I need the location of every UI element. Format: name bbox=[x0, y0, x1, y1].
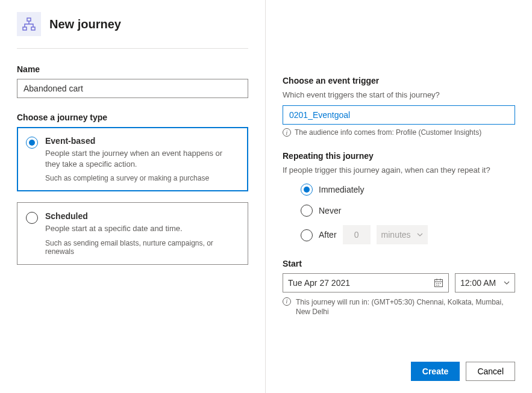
radio-event-based[interactable] bbox=[26, 137, 38, 149]
journey-type-scheduled[interactable]: Scheduled People start at a specific dat… bbox=[17, 202, 248, 265]
immediately-label: Immediately bbox=[319, 185, 364, 194]
page-title: New journey bbox=[49, 17, 121, 31]
repeat-option-immediately[interactable]: Immediately bbox=[301, 183, 515, 196]
repeat-option-never[interactable]: Never bbox=[301, 204, 515, 217]
divider bbox=[17, 48, 248, 49]
timezone-info: This journey will run in: (GMT+05:30) Ch… bbox=[296, 297, 515, 317]
name-label: Name bbox=[17, 64, 248, 74]
journey-icon bbox=[17, 12, 41, 36]
after-label: After bbox=[319, 230, 337, 240]
dialog-footer: Create Cancel bbox=[283, 350, 515, 381]
start-time-value: 12:00 AM bbox=[460, 278, 496, 288]
event-based-desc: People start the journey when an event h… bbox=[45, 148, 238, 169]
start-date-input[interactable]: Tue Apr 27 2021 bbox=[283, 273, 449, 292]
scheduled-title: Scheduled bbox=[45, 211, 238, 221]
after-unit-label: minutes bbox=[381, 230, 411, 240]
svg-rect-1 bbox=[23, 27, 27, 30]
radio-scheduled[interactable] bbox=[26, 212, 38, 224]
calendar-icon bbox=[434, 278, 443, 288]
dialog-header: New journey bbox=[17, 12, 248, 36]
start-time-input[interactable]: 12:00 AM bbox=[455, 273, 515, 292]
radio-after[interactable] bbox=[301, 229, 313, 241]
repeat-label: Repeating this journey bbox=[283, 151, 515, 161]
journey-type-label: Choose a journey type bbox=[17, 113, 248, 122]
repeat-sublabel: If people trigger this journey again, wh… bbox=[283, 166, 515, 175]
info-icon: i bbox=[283, 128, 291, 137]
svg-rect-2 bbox=[31, 27, 35, 30]
info-icon: i bbox=[283, 297, 291, 306]
after-value-input[interactable] bbox=[343, 225, 371, 244]
create-button[interactable]: Create bbox=[411, 362, 460, 381]
event-based-title: Event-based bbox=[45, 136, 238, 146]
repeat-option-after[interactable]: After minutes bbox=[301, 225, 515, 244]
scheduled-desc: People start at a specific date and time… bbox=[45, 223, 238, 234]
trigger-info: The audience info comes from: Profile (C… bbox=[295, 128, 481, 137]
name-input[interactable] bbox=[17, 79, 248, 98]
cancel-button[interactable]: Cancel bbox=[466, 362, 515, 381]
after-unit-select[interactable]: minutes bbox=[377, 225, 428, 244]
start-label: Start bbox=[283, 259, 515, 268]
start-date-value: Tue Apr 27 2021 bbox=[288, 278, 350, 288]
scheduled-example: Such as sending email blasts, nurture ca… bbox=[45, 239, 238, 256]
svg-rect-0 bbox=[27, 18, 31, 21]
radio-immediately[interactable] bbox=[301, 184, 313, 196]
journey-type-event-based[interactable]: Event-based People start the journey whe… bbox=[17, 127, 248, 191]
never-label: Never bbox=[319, 206, 341, 215]
trigger-input[interactable] bbox=[283, 105, 515, 125]
chevron-down-icon bbox=[417, 233, 423, 237]
radio-never[interactable] bbox=[301, 205, 313, 217]
trigger-label: Choose an event trigger bbox=[283, 76, 515, 85]
trigger-sublabel: Which event triggers the start of this j… bbox=[283, 90, 515, 99]
chevron-down-icon bbox=[504, 281, 510, 285]
spacer bbox=[283, 12, 515, 76]
event-based-example: Such as completing a survey or making a … bbox=[45, 174, 238, 182]
